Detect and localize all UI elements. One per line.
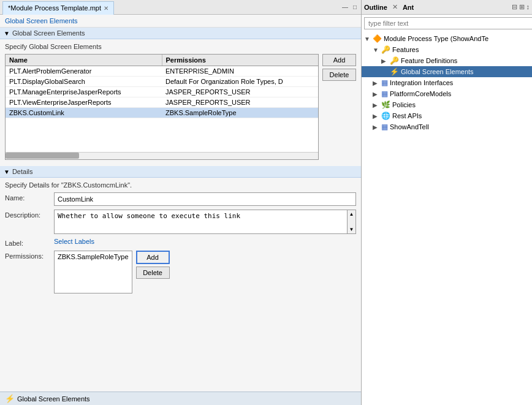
tab-window-icons: — □: [340, 3, 359, 11]
tree-item-platform-core-models[interactable]: ▶ ▦ PlatformCoreModels: [362, 88, 532, 99]
global-section-title: Global Screen Elements: [12, 29, 85, 37]
tree-item-integration-interfaces[interactable]: ▶ ▦ Integration Interfaces: [362, 77, 532, 88]
name-row: Name:: [5, 192, 356, 206]
specify-heading: Specify Global Screen Elements: [5, 43, 356, 50]
tree-arrow: ▶: [373, 113, 381, 119]
table-row[interactable]: PLT.DisplayGlobalSearch Default For Orga…: [6, 77, 318, 87]
outline-title: Outline: [364, 4, 387, 11]
tab-title: *Module Process Template.mpt: [8, 4, 101, 12]
tree-item-global-screen-elements[interactable]: ⚡ Global Screen Elements: [362, 66, 532, 77]
label-label: Label:: [5, 238, 54, 247]
row-permissions: JASPER_REPORTS_USER: [162, 97, 318, 107]
table-row[interactable]: PLT.AlertProblemGenerator ENTERPRISE_ADM…: [6, 66, 318, 77]
feature-definitions-icon: 🔑: [390, 56, 399, 65]
status-bar: ⚡ Global Screen Elements: [0, 392, 361, 405]
module-tab[interactable]: *Module Process Template.mpt ✕: [2, 1, 114, 15]
tree-arrow: ▼: [373, 47, 381, 53]
permissions-value: ZBKS.SampleRoleType: [58, 253, 129, 260]
tree-label-global-screen-elements: Global Screen Elements: [401, 68, 474, 75]
tab-close-icon[interactable]: ✕: [104, 5, 108, 12]
table-body[interactable]: PLT.AlertProblemGenerator ENTERPRISE_ADM…: [6, 66, 318, 152]
row-permissions: JASPER_REPORTS_USER: [162, 87, 318, 97]
delete-button[interactable]: Delete: [322, 69, 356, 81]
scrollbar-thumb[interactable]: [6, 153, 79, 159]
table-header: Name Permissions: [6, 55, 318, 66]
select-labels-link[interactable]: Select Labels: [54, 238, 94, 245]
table-wrapper: Name Permissions PLT.AlertProblemGenerat…: [5, 54, 356, 160]
table-row[interactable]: PLT.ManageEnterpriseJasperReports JASPER…: [6, 87, 318, 97]
tree-arrow: ▶: [373, 91, 381, 97]
tree-item-showandtell[interactable]: ▶ ▦ ShowAndTell: [362, 121, 532, 132]
module-process-type-icon: 🔶: [373, 34, 382, 43]
policies-icon: 🌿: [381, 100, 390, 109]
integration-interfaces-icon: ▦: [381, 78, 388, 87]
link-icon[interactable]: ⊞: [519, 3, 525, 11]
tree-label-policies: Policies: [392, 101, 416, 108]
tree-arrow: ▶: [373, 80, 381, 86]
tree-item-feature-definitions[interactable]: ▶ 🔑 Feature Definitions: [362, 55, 532, 66]
tree-item-features[interactable]: ▼ 🔑 Features: [362, 44, 532, 55]
permissions-buttons: Add Delete: [136, 251, 170, 279]
tab-bar: *Module Process Template.mpt ✕ — □: [0, 0, 361, 15]
global-section-header[interactable]: ▼ Global Screen Elements: [0, 28, 361, 39]
status-icon: ⚡: [5, 394, 15, 403]
tree-label-platform-core-models: PlatformCoreModels: [390, 90, 451, 97]
tree-arrow: ▶: [381, 58, 390, 64]
collapse-all-icon[interactable]: ⊟: [512, 3, 517, 11]
permissions-add-button[interactable]: Add: [136, 251, 170, 264]
tree-item-rest-apis[interactable]: ▶ 🌐 Rest APIs: [362, 110, 532, 121]
maximize-icon[interactable]: □: [351, 3, 359, 11]
row-name: PLT.DisplayGlobalSearch: [6, 77, 162, 86]
row-name: ZBKS.CustomLink: [6, 108, 162, 118]
sync-icon[interactable]: ↕: [526, 3, 530, 11]
details-title: Details: [12, 168, 33, 175]
scroll-up-icon[interactable]: ▲: [348, 210, 355, 218]
tree-label-showandtell: ShowAndTell: [390, 123, 429, 131]
permissions-label: Permissions:: [5, 251, 54, 260]
description-wrapper: ▲ ▼: [54, 210, 356, 234]
outline-header: Outline ✕ Ant ⊟ ⊞ ↕: [362, 0, 532, 15]
tree-arrow: ▶: [373, 124, 381, 131]
table-row-selected[interactable]: ZBKS.CustomLink ZBKS.SampleRoleType: [6, 108, 318, 118]
left-panel: *Module Process Template.mpt ✕ — □ Globa…: [0, 0, 362, 405]
name-input[interactable]: [54, 192, 356, 206]
global-screen-elements-icon: ⚡: [390, 67, 399, 76]
tree-item-policies[interactable]: ▶ 🌿 Policies: [362, 99, 532, 110]
outline-toolbar: ⊟ ⊞ ↕: [512, 3, 530, 11]
global-table: Name Permissions PLT.AlertProblemGenerat…: [5, 54, 319, 160]
details-section: ▼ Details Specify Details for "ZBKS.Cust…: [0, 166, 361, 301]
label-row: Label: Select Labels: [5, 238, 356, 247]
showandtell-icon: ▦: [381, 123, 388, 131]
tree-item-module-process-type[interactable]: ▼ 🔶 Module Process Type (ShowAndTe: [362, 33, 532, 44]
status-text: Global Screen Elements: [17, 395, 90, 403]
tree-label-module-process-type: Module Process Type (ShowAndTe: [384, 35, 488, 42]
row-permissions: ENTERPRISE_ADMIN: [162, 66, 318, 76]
outline-separator: ✕: [392, 3, 398, 11]
tree-label-rest-apis: Rest APIs: [392, 112, 422, 119]
scroll-down-icon[interactable]: ▼: [348, 225, 355, 233]
row-name: PLT.ViewEnterpriseJasperReports: [6, 97, 162, 107]
global-content-area: Specify Global Screen Elements Name Perm…: [0, 39, 361, 164]
minimize-icon[interactable]: —: [340, 3, 350, 11]
permissions-box[interactable]: ZBKS.SampleRoleType: [54, 251, 132, 293]
tree-area: ▼ 🔶 Module Process Type (ShowAndTe ▼ 🔑 F…: [362, 32, 532, 405]
description-row: Description: ▲ ▼: [5, 210, 356, 234]
table-row[interactable]: PLT.ViewEnterpriseJasperReports JASPER_R…: [6, 97, 318, 108]
description-scrollbar[interactable]: ▲ ▼: [348, 210, 356, 234]
tree-arrow: ▼: [364, 36, 373, 42]
details-section-header[interactable]: ▼ Details: [0, 166, 361, 178]
description-input[interactable]: [54, 210, 348, 234]
row-name: PLT.AlertProblemGenerator: [6, 66, 162, 76]
tree-arrow: ▶: [373, 102, 381, 108]
tree-label-feature-definitions: Feature Definitions: [401, 57, 457, 64]
description-label: Description:: [5, 210, 54, 219]
details-specify-heading: Specify Details for "ZBKS.CustomcmLink".: [5, 181, 356, 189]
global-section-arrow: ▼: [4, 30, 10, 37]
permissions-delete-button[interactable]: Delete: [136, 267, 170, 279]
filter-input[interactable]: [364, 17, 532, 29]
row-permissions: ZBKS.SampleRoleType: [162, 108, 318, 118]
add-button[interactable]: Add: [322, 54, 356, 66]
horizontal-scrollbar[interactable]: [6, 152, 318, 159]
col-permissions-header: Permissions: [162, 55, 319, 66]
row-name: PLT.ManageEnterpriseJasperReports: [6, 87, 162, 97]
